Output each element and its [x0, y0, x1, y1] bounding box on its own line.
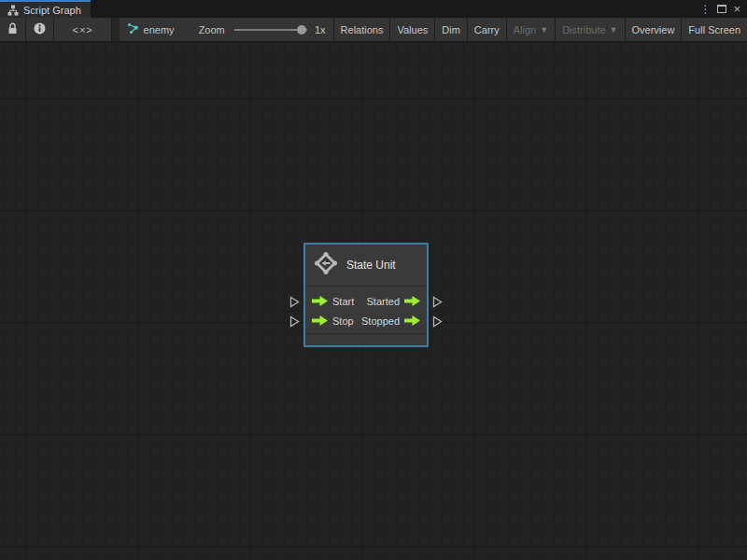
input-connection-triangle-icon[interactable]	[289, 295, 300, 307]
output-port-stopped[interactable]: Stopped	[361, 313, 420, 329]
close-icon[interactable]: ×	[733, 3, 740, 15]
flow-arrow-icon	[312, 293, 328, 310]
flow-arrow-icon	[404, 293, 420, 310]
graph-name[interactable]: enemy	[144, 24, 175, 35]
output-port-started[interactable]: Started	[367, 293, 420, 310]
input-port-stop[interactable]: Stop	[312, 313, 354, 329]
tab-title: Script Graph	[23, 5, 81, 16]
lock-button[interactable]	[0, 18, 26, 41]
output-connection-triangle-icon[interactable]	[432, 315, 443, 327]
kebab-menu-icon[interactable]: ⋮	[699, 4, 711, 15]
full-screen-button[interactable]: Full Screen	[682, 18, 747, 41]
tab-script-graph[interactable]: Script Graph	[0, 0, 91, 18]
input-connection-triangle-icon[interactable]	[289, 315, 300, 327]
dim-button[interactable]: Dim	[435, 18, 468, 41]
zoom-slider-handle[interactable]	[297, 25, 306, 35]
dropdown-arrow-icon: ▼	[540, 25, 548, 35]
graph-canvas[interactable]: State Unit Start	[0, 42, 747, 560]
flow-arrow-icon	[404, 313, 420, 329]
overview-button[interactable]: Overview	[626, 18, 683, 41]
node-title: State Unit	[346, 259, 396, 272]
toolbar-gap	[112, 18, 119, 41]
tab-bar: Script Graph ⋮ ×	[0, 0, 747, 18]
dropdown-arrow-icon: ▼	[610, 25, 618, 35]
align-dropdown-button[interactable]: Align ▼	[507, 18, 556, 41]
code-view-button[interactable]: <×>	[54, 18, 112, 41]
flow-arrow-icon	[312, 313, 328, 329]
lock-icon	[7, 22, 18, 36]
script-graph-window: Script Graph ⋮ ×	[0, 0, 747, 560]
graph-icon	[127, 22, 139, 36]
distribute-dropdown-button[interactable]: Distribute ▼	[556, 18, 625, 41]
node-footer	[305, 333, 427, 345]
toolbar: <×> enemy Zoom 1x Relations	[0, 18, 747, 42]
relations-button[interactable]: Relations	[334, 18, 391, 41]
values-button[interactable]: Values	[390, 18, 435, 41]
maximize-icon[interactable]	[717, 5, 726, 13]
input-port-start[interactable]: Start	[312, 293, 354, 310]
carry-button[interactable]: Carry	[468, 18, 507, 41]
output-connection-triangle-icon[interactable]	[432, 295, 443, 307]
zoom-value: 1x	[315, 24, 326, 35]
state-unit-icon	[314, 251, 338, 279]
zoom-slider[interactable]	[234, 24, 307, 35]
node-header[interactable]: State Unit	[305, 245, 427, 287]
port-row: Start Started	[305, 291, 427, 311]
info-icon	[34, 22, 46, 36]
window-controls: ⋮ ×	[699, 0, 747, 18]
node-ports: Start Started	[305, 287, 427, 330]
state-unit-node[interactable]: State Unit Start	[303, 243, 429, 347]
port-row: Stop Stopped	[305, 311, 427, 330]
graph-breadcrumb-segment: enemy Zoom 1x	[120, 18, 334, 41]
zoom-label: Zoom	[199, 24, 225, 35]
toolbar-buttons: Relations Values Dim Carry Align ▼ Distr…	[334, 18, 747, 41]
info-button[interactable]	[26, 18, 54, 41]
angle-brackets-x-icon: <×>	[72, 24, 92, 35]
graph-hierarchy-icon	[7, 5, 19, 16]
